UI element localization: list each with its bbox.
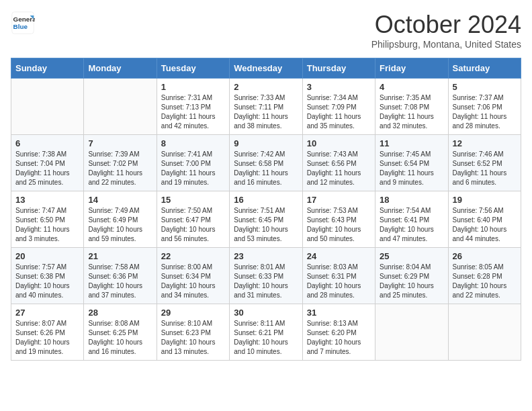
day-info: Sunrise: 7:50 AM Sunset: 6:47 PM Dayligh… (161, 206, 225, 244)
day-number: 5 (453, 82, 517, 92)
calendar-cell: 23Sunrise: 8:01 AM Sunset: 6:33 PM Dayli… (230, 248, 302, 304)
day-number: 29 (161, 308, 225, 318)
calendar-cell: 22Sunrise: 8:00 AM Sunset: 6:34 PM Dayli… (157, 248, 229, 304)
calendar-cell (448, 304, 521, 361)
calendar-cell: 11Sunrise: 7:45 AM Sunset: 6:54 PM Dayli… (375, 135, 448, 191)
day-info: Sunrise: 7:51 AM Sunset: 6:45 PM Dayligh… (234, 206, 298, 244)
logo: General Blue (11, 11, 38, 35)
title-block: October 2024 Philipsburg, Montana, Unite… (371, 11, 521, 50)
location: Philipsburg, Montana, United States (371, 39, 521, 50)
day-info: Sunrise: 8:00 AM Sunset: 6:34 PM Dayligh… (161, 263, 225, 300)
day-info: Sunrise: 7:54 AM Sunset: 6:41 PM Dayligh… (380, 206, 443, 244)
day-info: Sunrise: 7:53 AM Sunset: 6:43 PM Dayligh… (307, 206, 371, 244)
day-info: Sunrise: 8:11 AM Sunset: 6:21 PM Dayligh… (234, 319, 298, 357)
calendar-cell: 25Sunrise: 8:04 AM Sunset: 6:29 PM Dayli… (375, 248, 448, 304)
day-info: Sunrise: 7:42 AM Sunset: 6:58 PM Dayligh… (234, 150, 298, 187)
day-number: 30 (234, 308, 298, 318)
day-info: Sunrise: 7:58 AM Sunset: 6:36 PM Dayligh… (88, 263, 152, 300)
day-info: Sunrise: 8:10 AM Sunset: 6:23 PM Dayligh… (161, 319, 225, 357)
day-number: 12 (453, 138, 517, 148)
day-info: Sunrise: 7:46 AM Sunset: 6:52 PM Dayligh… (453, 150, 517, 187)
calendar-cell: 29Sunrise: 8:10 AM Sunset: 6:23 PM Dayli… (157, 304, 229, 361)
day-info: Sunrise: 7:37 AM Sunset: 7:06 PM Dayligh… (453, 93, 517, 131)
calendar-cell: 2Sunrise: 7:33 AM Sunset: 7:11 PM Daylig… (230, 79, 302, 135)
day-info: Sunrise: 7:35 AM Sunset: 7:08 PM Dayligh… (380, 93, 443, 131)
calendar-cell: 4Sunrise: 7:35 AM Sunset: 7:08 PM Daylig… (375, 79, 448, 135)
day-header-thursday: Thursday (302, 58, 375, 79)
week-row-5: 27Sunrise: 8:07 AM Sunset: 6:26 PM Dayli… (11, 304, 521, 361)
day-info: Sunrise: 7:33 AM Sunset: 7:11 PM Dayligh… (234, 93, 298, 131)
day-number: 3 (307, 82, 371, 92)
day-number: 26 (453, 251, 517, 261)
calendar-cell: 20Sunrise: 7:57 AM Sunset: 6:38 PM Dayli… (11, 248, 84, 304)
calendar-cell: 10Sunrise: 7:43 AM Sunset: 6:56 PM Dayli… (302, 135, 375, 191)
calendar-cell: 3Sunrise: 7:34 AM Sunset: 7:09 PM Daylig… (302, 79, 375, 135)
day-number: 22 (161, 251, 225, 261)
day-info: Sunrise: 8:07 AM Sunset: 6:26 PM Dayligh… (15, 319, 79, 357)
page-header: General Blue October 2024 Philipsburg, M… (11, 11, 521, 50)
day-number: 6 (15, 138, 79, 148)
day-info: Sunrise: 7:41 AM Sunset: 7:00 PM Dayligh… (161, 150, 225, 187)
calendar-cell: 6Sunrise: 7:38 AM Sunset: 7:04 PM Daylig… (11, 135, 84, 191)
calendar-cell: 21Sunrise: 7:58 AM Sunset: 6:36 PM Dayli… (84, 248, 157, 304)
calendar-cell: 12Sunrise: 7:46 AM Sunset: 6:52 PM Dayli… (448, 135, 521, 191)
day-info: Sunrise: 8:05 AM Sunset: 6:28 PM Dayligh… (453, 263, 517, 300)
week-row-4: 20Sunrise: 7:57 AM Sunset: 6:38 PM Dayli… (11, 248, 521, 304)
week-row-3: 13Sunrise: 7:47 AM Sunset: 6:50 PM Dayli… (11, 191, 521, 248)
week-row-2: 6Sunrise: 7:38 AM Sunset: 7:04 PM Daylig… (11, 135, 521, 191)
month-title: October 2024 (371, 11, 521, 39)
calendar-cell (375, 304, 448, 361)
calendar-cell: 14Sunrise: 7:49 AM Sunset: 6:49 PM Dayli… (84, 191, 157, 248)
day-info: Sunrise: 7:56 AM Sunset: 6:40 PM Dayligh… (453, 206, 517, 244)
day-number: 17 (307, 195, 371, 205)
day-number: 25 (380, 251, 443, 261)
calendar-cell: 7Sunrise: 7:39 AM Sunset: 7:02 PM Daylig… (84, 135, 157, 191)
calendar-cell: 31Sunrise: 8:13 AM Sunset: 6:20 PM Dayli… (302, 304, 375, 361)
calendar-cell: 24Sunrise: 8:03 AM Sunset: 6:31 PM Dayli… (302, 248, 375, 304)
calendar-cell: 9Sunrise: 7:42 AM Sunset: 6:58 PM Daylig… (230, 135, 302, 191)
day-number: 21 (88, 251, 152, 261)
day-info: Sunrise: 8:13 AM Sunset: 6:20 PM Dayligh… (307, 319, 371, 357)
day-header-saturday: Saturday (448, 58, 521, 79)
day-info: Sunrise: 8:08 AM Sunset: 6:25 PM Dayligh… (88, 319, 152, 357)
day-info: Sunrise: 7:43 AM Sunset: 6:56 PM Dayligh… (307, 150, 371, 187)
calendar-cell: 28Sunrise: 8:08 AM Sunset: 6:25 PM Dayli… (84, 304, 157, 361)
day-number: 14 (88, 195, 152, 205)
day-number: 9 (234, 138, 298, 148)
calendar-cell: 16Sunrise: 7:51 AM Sunset: 6:45 PM Dayli… (230, 191, 302, 248)
calendar-cell: 19Sunrise: 7:56 AM Sunset: 6:40 PM Dayli… (448, 191, 521, 248)
day-header-friday: Friday (375, 58, 448, 79)
day-number: 1 (161, 82, 225, 92)
day-number: 18 (380, 195, 443, 205)
day-number: 10 (307, 138, 371, 148)
day-number: 27 (15, 308, 79, 318)
day-header-wednesday: Wednesday (230, 58, 302, 79)
day-number: 20 (15, 251, 79, 261)
day-info: Sunrise: 8:04 AM Sunset: 6:29 PM Dayligh… (380, 263, 443, 300)
days-header-row: SundayMondayTuesdayWednesdayThursdayFrid… (11, 58, 521, 79)
calendar: SundayMondayTuesdayWednesdayThursdayFrid… (11, 58, 521, 361)
day-number: 19 (453, 195, 517, 205)
day-info: Sunrise: 7:39 AM Sunset: 7:02 PM Dayligh… (88, 150, 152, 187)
day-number: 13 (15, 195, 79, 205)
day-info: Sunrise: 8:01 AM Sunset: 6:33 PM Dayligh… (234, 263, 298, 300)
day-info: Sunrise: 7:47 AM Sunset: 6:50 PM Dayligh… (15, 206, 79, 244)
day-number: 31 (307, 308, 371, 318)
day-number: 11 (380, 138, 443, 148)
day-number: 8 (161, 138, 225, 148)
calendar-cell: 27Sunrise: 8:07 AM Sunset: 6:26 PM Dayli… (11, 304, 84, 361)
calendar-cell: 30Sunrise: 8:11 AM Sunset: 6:21 PM Dayli… (230, 304, 302, 361)
calendar-cell: 15Sunrise: 7:50 AM Sunset: 6:47 PM Dayli… (157, 191, 229, 248)
day-number: 7 (88, 138, 152, 148)
day-number: 28 (88, 308, 152, 318)
day-info: Sunrise: 8:03 AM Sunset: 6:31 PM Dayligh… (307, 263, 371, 300)
day-info: Sunrise: 7:57 AM Sunset: 6:38 PM Dayligh… (15, 263, 79, 300)
day-info: Sunrise: 7:45 AM Sunset: 6:54 PM Dayligh… (380, 150, 443, 187)
day-header-sunday: Sunday (11, 58, 84, 79)
calendar-cell: 13Sunrise: 7:47 AM Sunset: 6:50 PM Dayli… (11, 191, 84, 248)
day-number: 4 (380, 82, 443, 92)
day-number: 15 (161, 195, 225, 205)
day-number: 16 (234, 195, 298, 205)
calendar-cell: 1Sunrise: 7:31 AM Sunset: 7:13 PM Daylig… (157, 79, 229, 135)
calendar-cell: 5Sunrise: 7:37 AM Sunset: 7:06 PM Daylig… (448, 79, 521, 135)
